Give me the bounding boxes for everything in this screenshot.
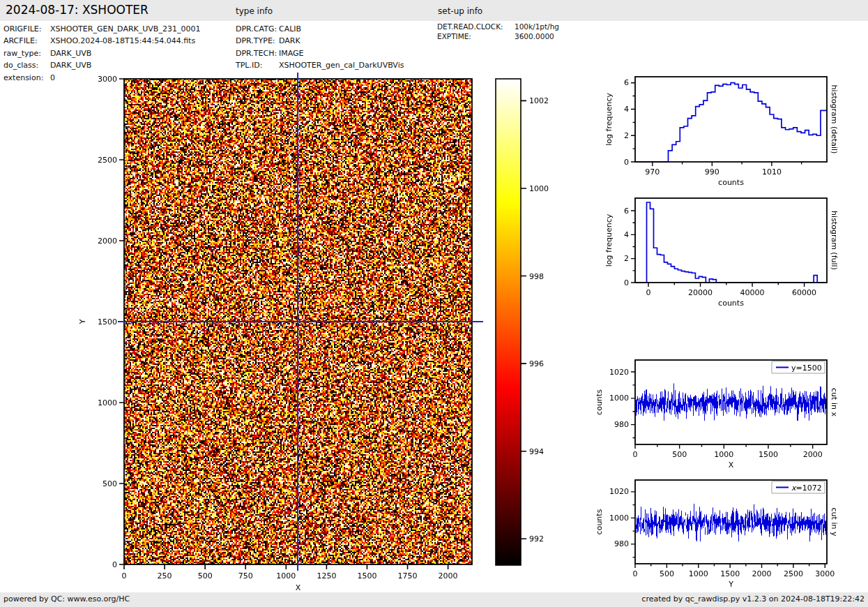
meta-value: IMAGE: [279, 47, 304, 59]
cut-in-x-plot: [593, 349, 868, 474]
meta-value: 100k/1pt/hg: [515, 22, 559, 31]
histogram-detail-plot: [593, 66, 868, 192]
type-info-title: type info: [236, 6, 273, 16]
meta-label: EXPTIME:: [437, 31, 515, 41]
meta-value: XSHOO.2024-08-18T15:44:54.044.fits: [50, 35, 195, 47]
footer-left-text: powered by QC: www.eso.org/HC: [3, 594, 130, 604]
histogram-full-plot: [593, 187, 868, 313]
meta-label: do_class:: [3, 59, 50, 71]
meta-label: ORIGFILE:: [3, 23, 50, 35]
meta-value: DARK: [279, 35, 300, 47]
meta-row: DET.READ.CLOCK:100k/1pt/hg: [437, 22, 559, 31]
meta-row: DPR.TECH:IMAGE: [236, 47, 404, 59]
meta-label: DPR.TYPE:: [236, 35, 279, 47]
cut-in-y-plot: [593, 469, 868, 593]
meta-row: ARCFILE:XSHOO.2024-08-18T15:44:54.044.fi…: [3, 35, 200, 47]
qc-report-page: 2024-08-17: XSHOOTER type info set-up in…: [0, 0, 868, 607]
meta-label: raw_type:: [3, 47, 50, 59]
page-title: 2024-08-17: XSHOOTER: [6, 3, 149, 17]
meta-value: XSHOOTER_GEN_DARK_UVB_231_0001: [50, 23, 200, 35]
meta-label: DET.READ.CLOCK:: [437, 22, 515, 31]
meta-value: DARK_UVB: [50, 47, 91, 59]
meta-row: DPR.CATG:CALIB: [236, 23, 404, 35]
meta-label: DPR.TECH:: [236, 47, 279, 59]
meta-value: 3600.0000: [515, 31, 554, 41]
meta-label: extension:: [3, 72, 50, 84]
meta-label: DPR.CATG:: [236, 23, 279, 35]
setup-info-block: DET.READ.CLOCK:100k/1pt/hgEXPTIME:3600.0…: [437, 22, 559, 41]
header-bar: 2024-08-17: XSHOOTER type info set-up in…: [0, 0, 868, 21]
footer-right-text: created by qc_rawdisp.py v1.2.3 on 2024-…: [641, 594, 865, 604]
meta-value: 0: [50, 72, 55, 84]
meta-row: DPR.TYPE:DARK: [236, 35, 404, 47]
meta-row: EXPTIME:3600.0000: [437, 31, 559, 41]
meta-row: ORIGFILE:XSHOOTER_GEN_DARK_UVB_231_0001: [3, 23, 200, 35]
colorbar: [487, 70, 570, 601]
meta-label: ARCFILE:: [3, 35, 50, 47]
raw-image-plot: [77, 70, 495, 601]
meta-row: raw_type:DARK_UVB: [3, 47, 200, 59]
footer-bar: powered by QC: www.eso.org/HC created by…: [0, 592, 868, 607]
meta-value: CALIB: [279, 23, 301, 35]
setup-info-title: set-up info: [438, 6, 482, 16]
type-info-block: DPR.CATG:CALIBDPR.TYPE:DARKDPR.TECH:IMAG…: [236, 23, 404, 72]
